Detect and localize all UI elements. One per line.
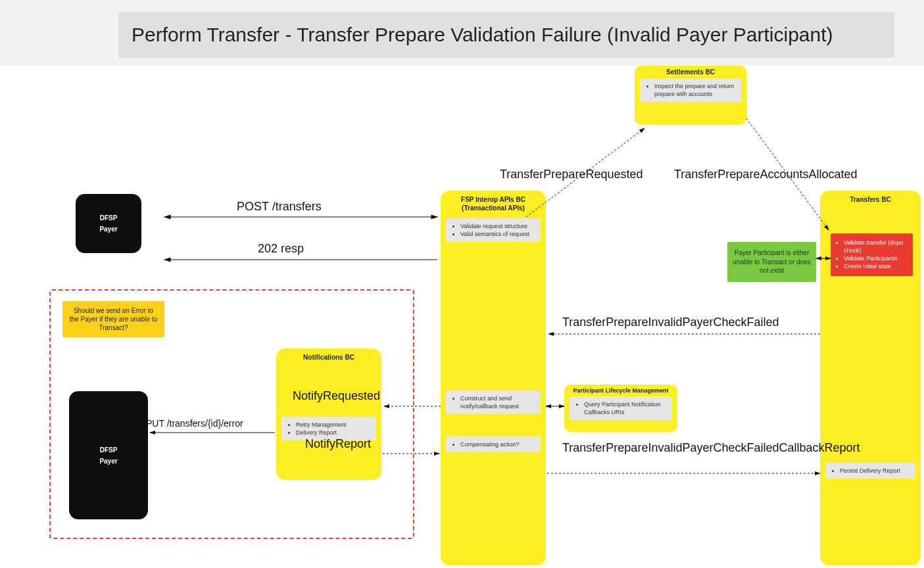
settlements-card: Inspect the prepare and return prepare w… — [640, 78, 741, 102]
label-202-resp: 202 resp — [258, 242, 304, 256]
block-plm: Participant Lifecycle Management Query P… — [564, 385, 677, 432]
page-title: Perform Transfer - Transfer Prepare Vali… — [118, 12, 894, 58]
label-notify-report: NotifyReport — [305, 437, 371, 451]
settlements-header: Settlements BC — [635, 66, 746, 77]
label-notify-requested: NotifyRequested — [293, 389, 380, 403]
red-item: Validate transfer (dupe check) — [844, 239, 908, 254]
transfers-red-card: Validate transfer (dupe check) Validate … — [831, 233, 913, 276]
title-text: Perform Transfer - Transfer Prepare Vali… — [132, 24, 833, 46]
fsp-card-validate: Validate request structure Valid semanti… — [446, 218, 541, 242]
label-tpr-alloc: TransferPrepareAccountsAllocated — [674, 168, 857, 181]
actor-dfsp-payer-bottom: DFSP Payer — [69, 391, 148, 519]
block-fsp-interop: FSP Interop APIs BC (Transactional APIs)… — [441, 191, 546, 565]
dfsp-role: Payer — [99, 225, 117, 233]
fsp-header: FSP Interop APIs BC — [441, 191, 546, 204]
block-settlements: Settlements BC Inspect the prepare and r… — [635, 66, 746, 125]
plm-item: Query Participant Notification Callbacks… — [584, 400, 667, 416]
fsp-card-item: Compensating action? — [460, 440, 535, 448]
fsp-card-item: Valid semantics of request — [460, 230, 535, 238]
error-note: Payer Participant is either unable to Tr… — [727, 242, 816, 282]
fsp-card-compensate: Compensating action? — [446, 437, 541, 452]
error-note-text: Payer Participant is either unable to Tr… — [733, 249, 810, 274]
actor-dfsp-payer-top: DFSP Payer — [76, 194, 141, 253]
label-tpr-cb: TransferPrepareInvalidPayerCheckFailedCa… — [562, 440, 812, 456]
question-note: Should we send an Error to the Payer if … — [62, 301, 164, 337]
dfsp2-label: DFSP — [100, 446, 118, 454]
question-note-text: Should we send an Error to the Payer if … — [70, 307, 157, 331]
fsp-card-item: Validate request structure — [460, 222, 535, 230]
label-tpr-fail: TransferPrepareInvalidPayerCheckFailed — [562, 316, 779, 329]
label-post-transfers: POST /transfers — [237, 200, 322, 214]
fsp-card-item: Construct and send notify/callback reque… — [460, 394, 535, 410]
transfers-header: Transfers BC — [820, 191, 921, 204]
label-tpr-requested: TransferPrepareRequested — [500, 168, 643, 181]
plm-card: Query Participant Notification Callbacks… — [570, 396, 672, 420]
plm-header: Participant Lifecycle Management — [564, 385, 677, 395]
transfers-card-persist: Persist Delivery Report — [825, 463, 915, 479]
transfers-card-item: Persist Delivery Report — [840, 467, 910, 475]
fsp-subheader: (Transactional APIs) — [441, 204, 546, 216]
dfsp2-role: Payer — [99, 458, 117, 465]
fsp-card-notify: Construct and send notify/callback reque… — [446, 390, 541, 414]
settlements-item: Inspect the prepare and return prepare w… — [654, 82, 736, 98]
label-put-error: PUT /transfers/{id}/error — [146, 418, 243, 429]
red-item: Create initial state — [844, 262, 908, 270]
dfsp-label: DFSP — [100, 214, 118, 222]
red-item: Validate Participants — [844, 254, 908, 262]
